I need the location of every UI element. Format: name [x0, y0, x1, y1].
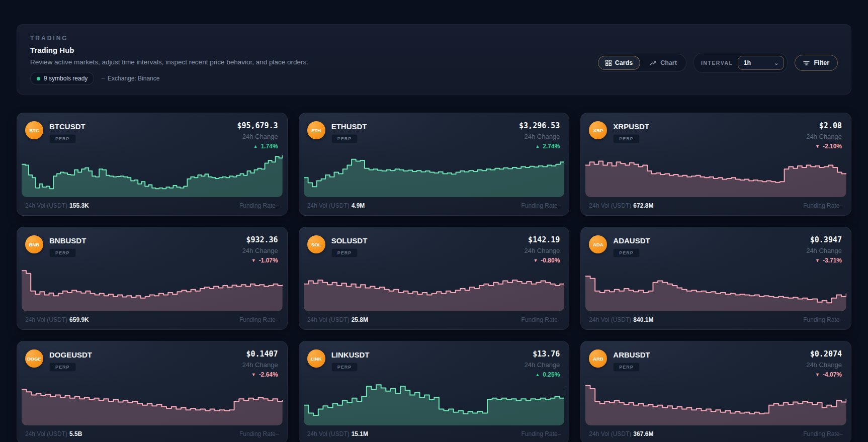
change-arrow-icon: ▼ [251, 258, 256, 263]
card-price: $2.08 [806, 121, 842, 130]
chevron-down-icon: ⌄ [774, 60, 778, 66]
trading-page: TRADING Trading Hub Review active market… [0, 0, 868, 442]
perp-badge: PERP [331, 134, 358, 143]
card-header: ADA ADAUSDT PERP $0.3947 24h Change ▼ -3… [581, 227, 851, 264]
volume-block: 24h Vol (USDT)155.3K [25, 202, 89, 209]
change-arrow-icon: ▼ [815, 258, 820, 263]
card-footer: 24h Vol (USDT)367.6M Funding Rate– [581, 430, 851, 442]
view-toggle-chart-label: Chart [660, 59, 677, 66]
coin-icon: ETH [307, 121, 325, 139]
card-identity: ADA ADAUSDT PERP [589, 235, 650, 257]
card-identity: BTC BTCUSDT PERP [25, 121, 85, 143]
header-panel: TRADING Trading Hub Review active market… [17, 24, 851, 95]
coin-icon: DOGE [25, 349, 43, 368]
market-card-btc[interactable]: BTC BTCUSDT PERP $95,679.3 24h Change ▲ … [17, 113, 288, 216]
status-badge: 9 symbols ready [30, 72, 94, 85]
interval-select[interactable]: 1h ⌄ [738, 56, 784, 70]
market-card-link[interactable]: LINK LINKUSDT PERP $13.76 24h Change ▲ 0… [299, 341, 570, 442]
card-header: SOL SOLUSDT PERP $142.19 24h Change ▼ -0… [299, 227, 569, 264]
coin-icon: LINK [307, 349, 325, 368]
volume-block: 24h Vol (USDT)367.6M [589, 430, 653, 437]
market-card-xrp[interactable]: XRP XRPUSDT PERP $2.08 24h Change ▼ -2.1… [580, 113, 851, 216]
change-arrow-icon: ▲ [535, 144, 540, 149]
market-card-doge[interactable]: DOGE DOGEUSDT PERP $0.1407 24h Change ▼ … [17, 341, 288, 442]
funding-rate: Funding Rate– [522, 316, 561, 323]
card-footer: 24h Vol (USDT)25.8M Funding Rate– [299, 316, 569, 329]
card-symbol: ETHUSDT [331, 122, 367, 131]
card-price-block: $0.1407 24h Change ▼ -2.64% [242, 349, 278, 378]
perp-badge: PERP [331, 248, 358, 257]
volume-value: 840.1M [633, 316, 653, 323]
filter-button[interactable]: Filter [795, 55, 838, 71]
header-meta-row: 9 symbols ready –Exchange: Binance [30, 72, 308, 85]
sparkline-chart [585, 149, 846, 197]
card-symbol: ARBUSDT [613, 350, 650, 359]
volume-label: 24h Vol (USDT) [25, 202, 67, 209]
volume-label: 24h Vol (USDT) [25, 430, 67, 437]
market-card-ada[interactable]: ADA ADAUSDT PERP $0.3947 24h Change ▼ -3… [580, 227, 851, 330]
market-card-bnb[interactable]: BNB BNBUSDT PERP $932.36 24h Change ▼ -1… [17, 227, 288, 330]
card-identity: ETH ETHUSDT PERP [307, 121, 367, 143]
perp-badge: PERP [613, 248, 640, 257]
card-price-block: $142.19 24h Change ▼ -0.80% [524, 235, 560, 264]
change-label: 24h Change [806, 133, 842, 140]
change-arrow-icon: ▼ [815, 372, 820, 377]
card-price: $0.2074 [806, 349, 842, 359]
volume-value: 5.5B [69, 430, 82, 437]
funding-rate: Funding Rate– [803, 202, 843, 209]
volume-label: 24h Vol (USDT) [307, 430, 350, 437]
sparkline-chart [304, 263, 565, 311]
view-toggle-chart[interactable]: Chart [642, 56, 684, 70]
cards-grid-icon [605, 60, 612, 66]
card-symbol: BNBUSDT [49, 236, 86, 245]
card-price: $0.1407 [242, 349, 278, 359]
change-label: 24h Change [519, 133, 560, 140]
card-footer: 24h Vol (USDT)672.8M Funding Rate– [581, 202, 851, 215]
card-price: $95,679.3 [237, 121, 278, 130]
card-price-block: $2.08 24h Change ▼ -2.10% [806, 121, 842, 150]
card-price-block: $0.2074 24h Change ▼ -4.07% [806, 349, 842, 378]
sparkline-chart [22, 377, 283, 425]
filter-button-label: Filter [814, 59, 829, 66]
card-footer: 24h Vol (USDT)5.5B Funding Rate– [17, 430, 287, 442]
card-identity: SOL SOLUSDT PERP [307, 235, 368, 257]
volume-value: 155.3K [69, 202, 89, 209]
volume-value: 25.8M [352, 316, 368, 323]
card-price-block: $932.36 24h Change ▼ -1.07% [242, 235, 278, 264]
market-card-sol[interactable]: SOL SOLUSDT PERP $142.19 24h Change ▼ -0… [299, 227, 570, 330]
card-header: LINK LINKUSDT PERP $13.76 24h Change ▲ 0… [299, 341, 569, 378]
volume-value: 672.8M [633, 202, 653, 209]
volume-block: 24h Vol (USDT)5.5B [25, 430, 82, 437]
card-footer: 24h Vol (USDT)840.1M Funding Rate– [581, 316, 851, 329]
card-symbol: ADAUSDT [613, 236, 650, 245]
page-subtitle: Review active markets, adjust time inter… [30, 58, 308, 66]
card-footer: 24h Vol (USDT)155.3K Funding Rate– [17, 202, 287, 215]
change-arrow-icon: ▲ [253, 144, 258, 149]
card-symbol: BTCUSDT [49, 122, 85, 131]
market-card-arb[interactable]: ARB ARBUSDT PERP $0.2074 24h Change ▼ -4… [580, 341, 851, 442]
coin-icon: ARB [589, 349, 607, 368]
volume-value: 659.9K [69, 316, 89, 323]
volume-label: 24h Vol (USDT) [307, 316, 350, 323]
market-card-eth[interactable]: ETH ETHUSDT PERP $3,296.53 24h Change ▲ … [299, 113, 570, 216]
change-label: 24h Change [524, 361, 560, 369]
card-footer: 24h Vol (USDT)15.1M Funding Rate– [299, 430, 569, 442]
funding-rate: Funding Rate– [522, 202, 561, 209]
sparkline-chart [22, 263, 283, 311]
coin-icon: BTC [25, 121, 43, 139]
funding-rate: Funding Rate– [803, 316, 843, 323]
view-toggle-cards[interactable]: Cards [598, 56, 640, 70]
sparkline-chart [22, 149, 283, 197]
section-eyebrow: TRADING [30, 35, 308, 42]
change-arrow-icon: ▼ [251, 372, 256, 377]
change-arrow-icon: ▼ [815, 144, 820, 149]
card-identity: XRP XRPUSDT PERP [589, 121, 649, 143]
card-header: XRP XRPUSDT PERP $2.08 24h Change ▼ -2.1… [581, 113, 851, 150]
card-footer: 24h Vol (USDT)659.9K Funding Rate– [17, 316, 287, 329]
change-label: 24h Change [524, 247, 560, 254]
status-dot-icon [37, 77, 40, 80]
card-symbol: SOLUSDT [331, 236, 368, 245]
card-price: $3,296.53 [519, 121, 560, 130]
card-price: $0.3947 [806, 235, 842, 244]
card-price: $13.76 [524, 349, 560, 359]
